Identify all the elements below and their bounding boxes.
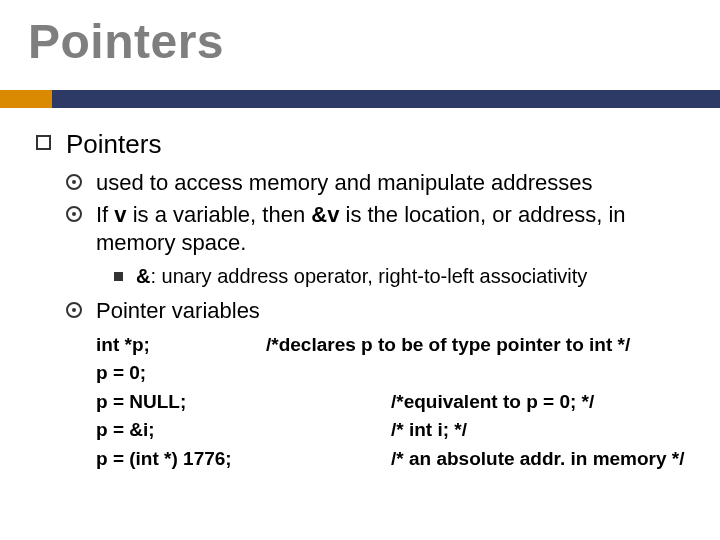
lvl1-heading: Pointers bbox=[66, 128, 161, 161]
code-left: p = NULL; bbox=[96, 388, 391, 417]
accent-bar bbox=[0, 90, 720, 108]
code-comment: /*declares p to be of type pointer to in… bbox=[266, 331, 630, 360]
code-row: p = 0; bbox=[96, 359, 696, 388]
code-comment: /*equivalent to p = 0; */ bbox=[391, 388, 594, 417]
slide-content: Pointers used to access memory and manip… bbox=[36, 128, 696, 473]
circle-bullet-icon bbox=[66, 206, 82, 222]
bullet-level2: If v is a variable, then &v is the locat… bbox=[66, 201, 696, 256]
filled-square-bullet-icon bbox=[114, 272, 123, 281]
code-left: int *p; bbox=[96, 331, 266, 360]
bullet-level1: Pointers bbox=[36, 128, 696, 161]
code-row: p = (int *) 1776;/* an absolute addr. in… bbox=[96, 445, 696, 474]
slide-title: Pointers bbox=[28, 14, 224, 69]
lvl3-text-a: &: unary address operator, right-to-left… bbox=[136, 265, 587, 287]
code-left: p = 0; bbox=[96, 359, 266, 388]
text-fragment: is a variable, then bbox=[127, 202, 312, 227]
code-var: &v bbox=[311, 202, 339, 227]
code-row: p = &i;/* int i; */ bbox=[96, 416, 696, 445]
code-symbol: & bbox=[136, 265, 150, 287]
bullet-level3: &: unary address operator, right-to-left… bbox=[114, 264, 696, 289]
text-fragment: If bbox=[96, 202, 114, 227]
square-bullet-icon bbox=[36, 135, 51, 150]
code-block: int *p;/*declares p to be of type pointe… bbox=[96, 331, 696, 474]
code-left: p = (int *) 1776; bbox=[96, 445, 391, 474]
code-row: p = NULL;/*equivalent to p = 0; */ bbox=[96, 388, 696, 417]
code-var: v bbox=[114, 202, 126, 227]
bullet-level2: Pointer variables bbox=[66, 297, 696, 325]
circle-bullet-icon bbox=[66, 174, 82, 190]
code-row: int *p;/*declares p to be of type pointe… bbox=[96, 331, 696, 360]
lvl2-text-c: Pointer variables bbox=[96, 298, 260, 323]
bullet-level2: used to access memory and manipulate add… bbox=[66, 169, 696, 197]
lvl2-text-b: If v is a variable, then &v is the locat… bbox=[96, 202, 626, 255]
code-comment: /* int i; */ bbox=[391, 416, 467, 445]
accent-bar-left bbox=[0, 90, 52, 108]
code-left: p = &i; bbox=[96, 416, 391, 445]
accent-bar-right bbox=[52, 90, 720, 108]
text-fragment: : unary address operator, right-to-left … bbox=[150, 265, 587, 287]
lvl2-text-a: used to access memory and manipulate add… bbox=[96, 170, 592, 195]
circle-bullet-icon bbox=[66, 302, 82, 318]
code-comment: /* an absolute addr. in memory */ bbox=[391, 445, 685, 474]
